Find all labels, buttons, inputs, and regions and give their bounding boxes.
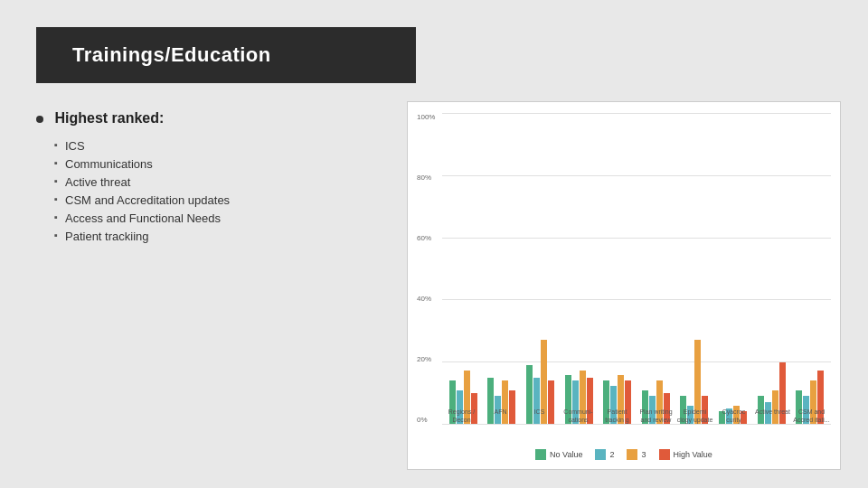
legend-swatch: [627, 449, 637, 460]
bars-container: [442, 113, 831, 424]
legend-label: 2: [609, 450, 614, 459]
legend-label: High Value: [674, 450, 712, 459]
bullet-item: CSM and Accreditation updates: [54, 193, 380, 207]
x-axis-label: ICS: [520, 408, 559, 424]
chart-panel: 100%80%60%40%20%0% Regions / DeconAFNICS…: [407, 101, 841, 470]
bullet-item: Access and Functional Needs: [54, 211, 380, 225]
x-axis-label: CSM and Accred itati...: [792, 408, 831, 424]
chart-area: 100%80%60%40%20%0% Regions / DeconAFNICS…: [417, 113, 831, 442]
x-axis-label: AFN: [481, 408, 520, 424]
bullet-list: ICSCommunicationsActive threatCSM and Ac…: [36, 139, 380, 243]
bullet-item: Patient trackiing: [54, 230, 380, 243]
title-bar: Trainings/Education: [36, 27, 416, 83]
y-axis-label: 60%: [417, 234, 442, 242]
x-labels: Regions / DeconAFNICSCommuni- cationsPat…: [442, 408, 831, 424]
y-axis-label: 40%: [417, 295, 442, 303]
x-axis-label: Cyacroc curity: [714, 408, 753, 424]
bullet-item: Active threat: [54, 175, 380, 189]
slide-title: Trainings/Education: [72, 43, 271, 66]
bullet-item: ICS: [54, 139, 380, 153]
legend-item: 3: [627, 449, 646, 460]
legend-item: 2: [595, 449, 614, 460]
left-panel: Highest ranked: ICSCommunicationsActive …: [36, 92, 380, 470]
x-axis-label: Active threat: [753, 408, 792, 424]
y-axis-label: 100%: [417, 113, 442, 121]
gridline: [442, 424, 831, 425]
legend-item: High Value: [659, 449, 712, 460]
legend-swatch: [535, 449, 546, 460]
y-axis: 100%80%60%40%20%0%: [417, 113, 442, 442]
legend-swatch: [659, 449, 670, 460]
legend-swatch: [595, 449, 606, 460]
slide: Trainings/Education Highest ranked: ICSC…: [0, 0, 868, 488]
chart-legend: No Value23High Value: [417, 449, 831, 460]
section-heading: Highest ranked:: [36, 110, 380, 127]
y-axis-label: 20%: [417, 355, 442, 363]
y-axis-label: 0%: [417, 416, 442, 424]
x-axis-label: Patient trackin g: [598, 408, 637, 424]
legend-item: No Value: [535, 449, 582, 460]
legend-label: No Value: [550, 450, 582, 459]
bullet-item: Communications: [54, 157, 380, 171]
x-axis-label: Communi- cations: [559, 408, 598, 424]
bullet-dot-icon: [36, 116, 43, 123]
y-axis-label: 80%: [417, 174, 442, 182]
x-axis-label: Plan writing and review: [637, 408, 675, 424]
x-axis-label: Epidemi clogy update: [675, 408, 714, 424]
x-axis-label: Regions / Decon: [442, 408, 481, 424]
chart-inner: Regions / DeconAFNICSCommuni- cationsPat…: [442, 113, 831, 424]
legend-label: 3: [641, 450, 646, 459]
content-area: Highest ranked: ICSCommunicationsActive …: [0, 83, 868, 488]
